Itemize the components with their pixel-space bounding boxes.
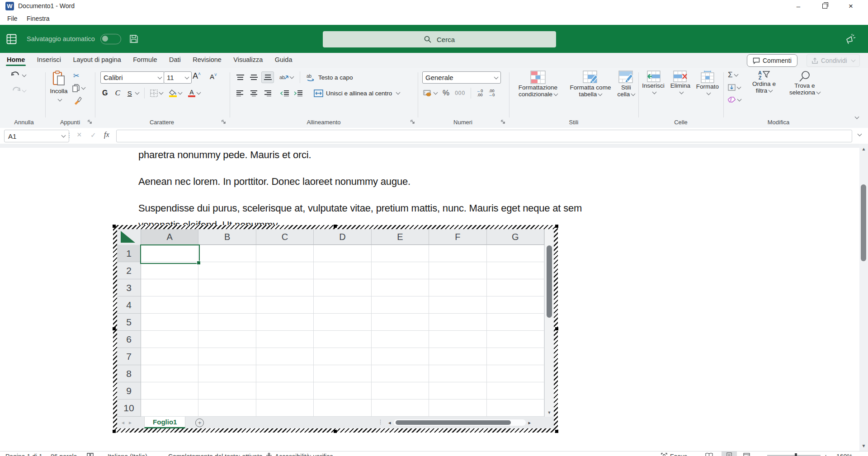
grid-cell[interactable] <box>429 382 486 400</box>
zoom-level[interactable]: 160% <box>836 453 853 456</box>
grid-cell[interactable] <box>487 331 544 348</box>
read-mode-icon[interactable] <box>705 453 713 456</box>
zoom-slider-thumb[interactable] <box>795 453 797 456</box>
sheet-nav-right-arrow[interactable]: ▸ <box>129 419 132 426</box>
resize-handle[interactable] <box>334 225 337 228</box>
grid-cell[interactable] <box>429 262 486 279</box>
grid-cell[interactable] <box>372 331 429 348</box>
zoom-slider-track[interactable] <box>767 455 821 456</box>
grid-vertical-scrollbar[interactable]: ▼ <box>544 229 554 417</box>
grid-cell[interactable] <box>487 245 544 262</box>
sheet-nav-left-arrow[interactable]: ◂ <box>122 419 124 426</box>
column-header[interactable]: E <box>372 229 429 245</box>
dialog-launcher-icon[interactable] <box>88 120 93 125</box>
search-bar[interactable]: Cerca <box>323 31 556 47</box>
tab-home[interactable]: Home <box>2 53 30 66</box>
font-name-combo[interactable]: Calibri <box>100 71 165 84</box>
grid-cell[interactable] <box>314 382 371 400</box>
row-header[interactable]: 5 <box>117 314 141 331</box>
delete-cells-button[interactable]: Elimina <box>667 71 693 94</box>
grid-cell[interactable] <box>372 314 429 331</box>
close-button[interactable]: × <box>838 0 864 12</box>
scroll-down-arrow[interactable]: ▼ <box>859 443 868 448</box>
grid-cell[interactable] <box>487 382 544 400</box>
decrease-font-button[interactable]: A˅ <box>210 72 217 80</box>
confirm-entry-icon[interactable]: ✓ <box>90 131 96 139</box>
grid-cell[interactable] <box>256 348 314 365</box>
grid-cell[interactable] <box>429 400 486 417</box>
font-size-combo[interactable]: 11 <box>164 71 192 84</box>
cell-styles-button[interactable]: Stili cella <box>615 71 637 98</box>
decrease-decimal-button[interactable]: .00→0 <box>488 89 495 97</box>
collapse-ribbon-chevron[interactable] <box>855 115 859 119</box>
document-canvas[interactable]: pharetra nonummy pede. Mauris et orci. A… <box>0 144 868 451</box>
focus-mode-button[interactable]: Focus <box>670 453 687 456</box>
focus-icon[interactable] <box>661 453 667 456</box>
grid-cell[interactable] <box>487 296 544 314</box>
grid-cell[interactable] <box>256 365 314 382</box>
grid-cell[interactable] <box>198 245 256 262</box>
resize-handle[interactable] <box>555 225 558 228</box>
grid-cell[interactable] <box>198 331 256 348</box>
row-header[interactable]: 6 <box>117 331 141 348</box>
scroll-right-arrow[interactable]: ▸ <box>528 420 531 426</box>
align-top-button[interactable] <box>234 72 246 83</box>
tab-layout-di-pagina[interactable]: Layout di pagina <box>68 53 126 66</box>
resize-handle[interactable] <box>113 327 116 330</box>
scrollbar-thumb[interactable] <box>547 245 552 318</box>
number-format-combo[interactable]: Generale <box>422 71 501 84</box>
decrease-indent-button[interactable] <box>278 88 290 99</box>
add-sheet-button[interactable]: + <box>195 418 204 427</box>
formula-input[interactable] <box>116 130 852 142</box>
row-header[interactable]: 7 <box>117 348 141 365</box>
wrap-text-button[interactable]: ab Testo a capo <box>307 74 353 81</box>
grid-cell[interactable] <box>256 279 314 296</box>
conditional-formatting-button[interactable]: Formattazione condizionale <box>511 71 565 98</box>
copy-button[interactable] <box>72 84 85 92</box>
document-vertical-scrollbar[interactable]: ▲ ▼ <box>859 144 868 451</box>
minimize-button[interactable]: – <box>785 0 811 12</box>
grid-cell[interactable] <box>429 245 486 262</box>
splitter-dots[interactable]: ⋮ <box>377 418 383 425</box>
accessibility-icon[interactable] <box>266 453 272 456</box>
dialog-launcher-icon[interactable] <box>222 120 226 125</box>
resize-handle[interactable] <box>334 430 337 433</box>
underline-button[interactable]: S <box>127 89 132 97</box>
sort-filter-button[interactable]: AZ Ordina e filtra <box>747 71 781 94</box>
page-count[interactable]: Pagina 1 di 1 <box>5 453 42 456</box>
row-header[interactable]: 9 <box>117 382 141 400</box>
grid-cell[interactable] <box>314 262 371 279</box>
row-header[interactable]: 3 <box>117 279 141 296</box>
zoom-in-button[interactable]: + <box>824 453 828 456</box>
cut-button[interactable]: ✂ <box>73 71 79 80</box>
row-header[interactable]: 8 <box>117 365 141 382</box>
orientation-button[interactable]: ab <box>279 74 293 81</box>
tab-visualizza[interactable]: Visualizza <box>228 53 268 66</box>
grid-cell[interactable] <box>141 400 198 417</box>
grid-cell[interactable] <box>314 296 371 314</box>
select-all-corner[interactable] <box>117 229 141 245</box>
grid-cell[interactable] <box>198 279 256 296</box>
format-painter-button[interactable] <box>73 96 82 105</box>
grid-cell[interactable] <box>372 296 429 314</box>
row-header[interactable]: 4 <box>117 296 141 314</box>
grid-cell[interactable] <box>141 262 198 279</box>
increase-indent-button[interactable] <box>292 88 304 99</box>
grid-cell[interactable] <box>372 382 429 400</box>
paste-button[interactable]: Incolla <box>49 71 69 103</box>
grid-cell[interactable] <box>314 348 371 365</box>
scrollbar-thumb[interactable] <box>396 420 511 425</box>
italic-button[interactable]: C <box>115 89 120 98</box>
grid-cell[interactable] <box>141 382 198 400</box>
grid-cell[interactable] <box>256 400 314 417</box>
tab-inserisci[interactable]: Inserisci <box>32 53 66 66</box>
insert-function-icon[interactable]: fx <box>104 131 109 139</box>
embedded-excel-object[interactable]: ABCDEFG ▲ 1 <box>113 225 558 432</box>
grid-cell[interactable] <box>314 279 371 296</box>
grid-cell[interactable] <box>372 348 429 365</box>
save-icon[interactable] <box>129 34 138 43</box>
fill-handle[interactable] <box>197 261 201 265</box>
scroll-up-arrow[interactable]: ▲ <box>859 146 868 151</box>
column-header[interactable]: B <box>198 229 256 245</box>
expand-formula-bar-chevron[interactable] <box>858 132 862 136</box>
